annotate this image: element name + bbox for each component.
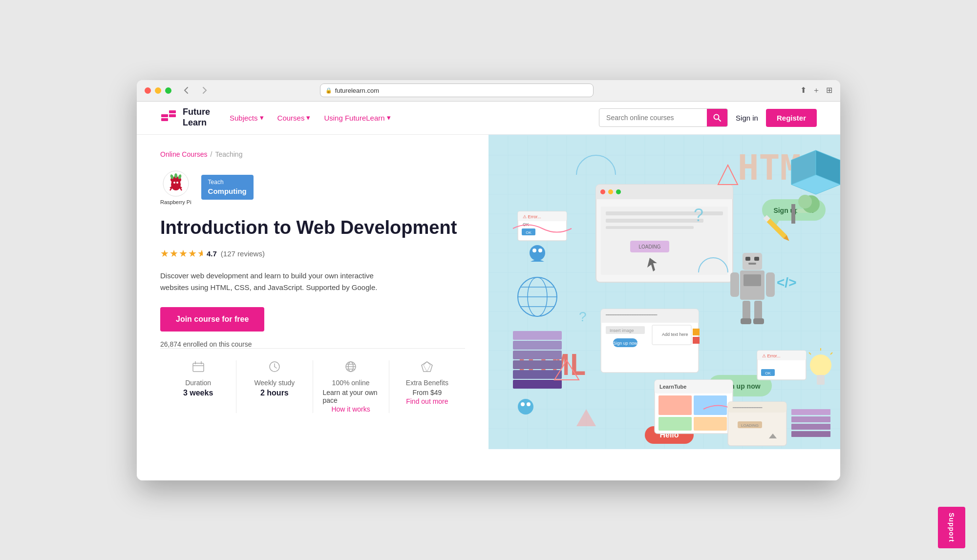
extra-benefits-label: Extra Benefits: [406, 379, 448, 387]
svg-line-26: [275, 367, 276, 368]
svg-rect-89: [513, 341, 562, 350]
title-bar-actions: ⬆ ＋ ⊞: [800, 85, 832, 96]
svg-line-5: [719, 119, 721, 122]
content-left: Online Courses / Teaching: [137, 135, 488, 449]
svg-rect-88: [513, 331, 562, 340]
close-button[interactable]: [145, 87, 151, 94]
diamond-icon: [421, 360, 433, 376]
globe-icon: [344, 360, 357, 376]
title-bar: 🔒 futurelearn.com ⬆ ＋ ⊞: [137, 80, 840, 102]
rating-stars: ★★★★★: [160, 248, 203, 259]
svg-point-129: [532, 249, 536, 252]
svg-text:━━━━━━━━━━━━: ━━━━━━━━━━━━: [732, 405, 763, 410]
main-content: Online Courses / Teaching: [137, 135, 840, 449]
rating-count: (127 reviews): [221, 249, 265, 258]
svg-rect-120: [754, 301, 762, 320]
chevron-down-icon: ▾: [260, 113, 264, 122]
svg-rect-71: [596, 193, 733, 199]
svg-rect-77: [606, 219, 703, 223]
svg-rect-150: [694, 417, 727, 431]
svg-text:LOADING: LOADING: [741, 423, 759, 428]
logo-link[interactable]: Future Learn: [160, 107, 210, 128]
nav-right: Sign in Register: [599, 108, 817, 127]
svg-rect-90: [513, 351, 562, 359]
new-tab-icon[interactable]: ＋: [812, 85, 820, 96]
back-button[interactable]: [179, 85, 193, 95]
logo-icon: [160, 107, 179, 128]
duration-label: Duration: [185, 379, 211, 387]
weekly-study-value: 2 hours: [260, 389, 289, 397]
svg-rect-105: [693, 337, 700, 344]
chevron-down-icon: ▾: [387, 113, 391, 122]
svg-text:?: ?: [694, 205, 703, 225]
svg-point-128: [530, 245, 545, 261]
stat-extra-benefits: Extra Benefits From $49 Find out more: [389, 360, 465, 413]
find-out-more-link[interactable]: Find out more: [406, 397, 448, 405]
svg-point-72: [600, 189, 605, 194]
extra-benefits-sub: From $49: [412, 389, 442, 396]
svg-text:Sign up now: Sign up now: [613, 341, 637, 346]
svg-rect-149: [658, 417, 692, 431]
svg-rect-78: [606, 226, 694, 229]
weekly-study-label: Weekly study: [254, 379, 295, 387]
duration-icon: [192, 360, 205, 376]
share-icon[interactable]: ⬆: [800, 85, 807, 96]
svg-rect-116: [743, 274, 761, 286]
svg-text:Add text here: Add text here: [662, 332, 688, 337]
enrolled-count: 26,874 enrolled on this course: [160, 340, 465, 348]
svg-rect-93: [513, 380, 562, 389]
nav-subjects[interactable]: Subjects ▾: [230, 113, 264, 122]
search-input[interactable]: [599, 114, 707, 122]
hero-background: HTML HTML: [488, 135, 840, 449]
svg-rect-92: [513, 370, 562, 379]
browser-nav-controls: [179, 85, 212, 95]
tabs-icon[interactable]: ⊞: [826, 85, 832, 96]
svg-rect-172: [791, 424, 830, 430]
raspberry-pi-icon: [162, 170, 190, 197]
svg-text:LOADING: LOADING: [638, 244, 660, 249]
svg-point-163: [798, 195, 812, 208]
svg-rect-2: [169, 110, 176, 113]
nav-courses[interactable]: Courses ▾: [277, 113, 311, 122]
register-button[interactable]: Register: [766, 109, 817, 127]
course-rating: ★★★★★ 4.7 (127 reviews): [160, 248, 465, 259]
svg-text:━━━━━━━━━━━━━━━━━━━━━: ━━━━━━━━━━━━━━━━━━━━━: [605, 312, 658, 317]
svg-rect-118: [766, 272, 775, 297]
svg-rect-175: [817, 375, 825, 385]
partner-logos: Raspberry Pi Teach Computing: [160, 170, 465, 205]
svg-point-132: [521, 402, 525, 406]
online-label: 100% online: [332, 379, 370, 387]
breadcrumb-home-link[interactable]: Online Courses: [160, 150, 208, 158]
svg-text:LearnTube: LearnTube: [659, 384, 686, 390]
svg-rect-121: [741, 318, 751, 324]
svg-point-14: [173, 182, 175, 184]
support-button[interactable]: Support: [938, 507, 965, 548]
mac-window: 🔒 futurelearn.com ⬆ ＋ ⊞: [137, 80, 840, 480]
join-course-button[interactable]: Join course for free: [160, 307, 264, 332]
svg-marker-32: [422, 362, 432, 372]
svg-rect-0: [161, 114, 168, 117]
nav-using-futurelearn[interactable]: Using FutureLearn ▾: [324, 113, 390, 122]
url-display: futurelearn.com: [335, 87, 379, 94]
svg-rect-171: [791, 416, 830, 422]
raspberry-label: Raspberry Pi: [160, 199, 191, 205]
search-button[interactable]: [707, 108, 727, 127]
svg-point-131: [518, 399, 533, 415]
svg-rect-20: [193, 363, 204, 372]
stat-online: 100% online Learn at your own pace How i…: [313, 360, 389, 413]
svg-rect-112: [745, 257, 750, 261]
sign-in-button[interactable]: Sign in: [736, 114, 758, 122]
address-bar[interactable]: 🔒 futurelearn.com: [320, 83, 594, 97]
rating-score: 4.7: [207, 249, 217, 258]
forward-button[interactable]: [198, 85, 212, 95]
svg-rect-170: [791, 409, 830, 415]
svg-text:Insert image: Insert image: [610, 328, 634, 333]
svg-point-174: [810, 354, 831, 376]
minimize-button[interactable]: [155, 87, 161, 94]
svg-point-15: [176, 182, 178, 184]
search-bar: [599, 108, 728, 127]
fullscreen-button[interactable]: [165, 87, 171, 94]
clock-icon: [268, 360, 281, 376]
how-it-works-link[interactable]: How it works: [331, 405, 370, 413]
svg-rect-147: [658, 395, 692, 415]
